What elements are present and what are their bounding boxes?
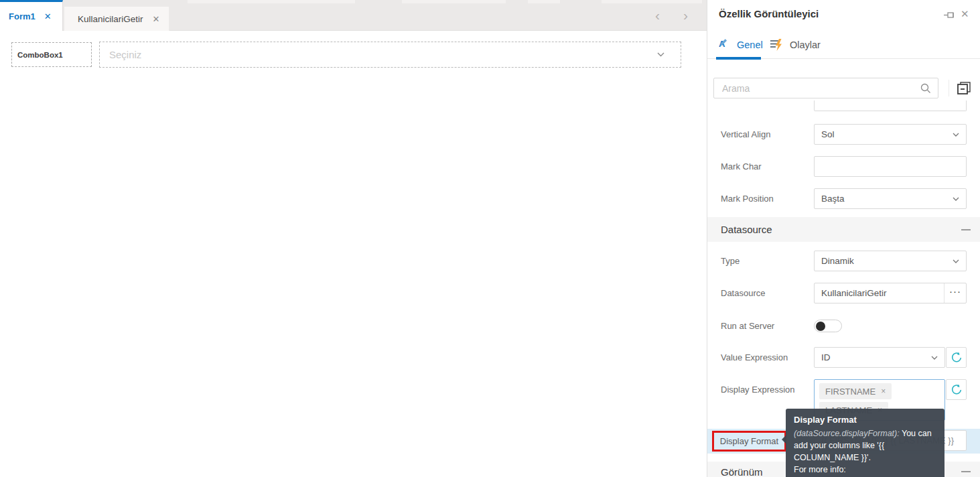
property-search[interactable] — [713, 78, 938, 98]
datasource-input-group[interactable]: KullanicilariGetir ··· — [814, 283, 967, 303]
document-tabbar: Form1 ✕ KullanicilariGetir ✕ ‹ › — [0, 0, 707, 31]
toolbar-fragment — [602, 0, 702, 3]
collapse-section-icon[interactable] — [961, 229, 971, 230]
prop-label-mark-char: Mark Char — [721, 161, 762, 172]
tooltip-more-info: For more info: — [794, 464, 936, 476]
tag-firstname-label: FIRSTNAME — [825, 387, 876, 397]
toolbar-fragment — [402, 0, 506, 3]
tab-scroll-prev-icon[interactable]: ‹ — [655, 7, 660, 24]
mark-position-select[interactable]: Başta — [814, 188, 967, 209]
combobox-placeholder: Seçiniz — [109, 49, 657, 60]
combobox-caption-text: ComboBox1 — [17, 51, 63, 59]
vertical-align-select[interactable]: Sol — [814, 124, 967, 145]
mark-position-value: Başta — [821, 194, 953, 204]
annotation-red-box: Display Format — [712, 431, 786, 452]
chevron-down-icon — [953, 133, 959, 137]
tooltip-title: Display Format — [794, 414, 936, 426]
chevron-down-icon — [953, 197, 959, 201]
display-format-tooltip: Display Format (dataSource.displayFormat… — [786, 409, 944, 477]
tab-close-icon[interactable]: ✕ — [153, 14, 160, 24]
chevron-down-icon — [931, 356, 938, 360]
chevron-down-icon — [657, 52, 664, 57]
section-datasource-title: Datasource — [721, 224, 961, 235]
section-header-datasource[interactable]: Datasource — [707, 217, 980, 242]
datasource-value: KullanicilariGetir — [815, 283, 944, 303]
close-icon[interactable]: ✕ — [961, 8, 969, 20]
property-viewer-panel: Özellik Görüntüleyici ✕ A Genel — [707, 0, 980, 477]
display-expression-refresh-button[interactable] — [946, 379, 967, 400]
tab-form1-label: Form1 — [9, 11, 36, 21]
prop-label-run-at-server: Run at Server — [721, 321, 774, 331]
prop-label-datasource: Datasource — [721, 288, 765, 298]
combobox-widget[interactable]: Seçiniz — [99, 42, 681, 68]
edit-a-icon: A — [719, 38, 732, 51]
prop-label-mark-position: Mark Position — [721, 194, 774, 204]
chevron-down-icon — [953, 259, 959, 263]
collapse-all-icon[interactable] — [956, 80, 972, 96]
refresh-icon — [951, 384, 963, 396]
value-expression-refresh-button[interactable] — [946, 347, 967, 368]
tab-scroll-next-icon[interactable]: › — [683, 7, 688, 24]
prop-label-vertical-align: Vertical Align — [721, 129, 770, 139]
tab-kullanicilarigetir-label: KullanicilariGetir — [78, 14, 143, 24]
value-expression-value: ID — [821, 352, 931, 362]
toolbar-fragment — [528, 0, 560, 3]
tab-genel[interactable]: A Genel — [719, 38, 763, 51]
clipped-field[interactable] — [814, 100, 967, 111]
type-value: Dinamik — [821, 256, 953, 266]
search-input[interactable] — [714, 78, 938, 98]
tooltip-property-ref: (dataSource.displayFormat): — [794, 429, 900, 438]
prop-label-display-format: Display Format — [720, 436, 778, 446]
tab-genel-label: Genel — [737, 40, 763, 50]
mark-char-input[interactable] — [814, 156, 967, 177]
type-select[interactable]: Dinamik — [814, 251, 967, 271]
run-at-server-toggle[interactable] — [814, 320, 842, 332]
events-lightning-icon — [770, 38, 785, 51]
tab-olaylar-label: Olaylar — [790, 40, 821, 50]
refresh-icon — [951, 352, 963, 364]
tab-kullanicilarigetir[interactable]: KullanicilariGetir ✕ — [64, 6, 169, 31]
panel-title: Özellik Görüntüleyici — [719, 8, 819, 19]
prop-label-value-expression: Value Expression — [721, 352, 788, 362]
value-expression-select[interactable]: ID — [814, 347, 945, 368]
toolbar-fragment — [188, 0, 355, 3]
datasource-browse-button[interactable]: ··· — [944, 283, 966, 303]
tab-olaylar[interactable]: Olaylar — [770, 38, 821, 51]
prop-label-type: Type — [721, 256, 740, 266]
pin-icon[interactable] — [943, 9, 955, 21]
tooltip-arrow — [782, 435, 786, 444]
form-design-canvas: ComboBox1 Seçiniz — [0, 31, 707, 477]
combobox-caption-widget[interactable]: ComboBox1 — [11, 42, 92, 67]
tooltip-body: (dataSource.displayFormat): You can add … — [794, 427, 936, 464]
collapse-section-icon[interactable] — [961, 471, 971, 472]
search-icon — [920, 83, 931, 94]
tab-form1[interactable]: Form1 ✕ — [0, 0, 63, 31]
vertical-align-value: Sol — [821, 129, 953, 139]
toolbar-separator — [949, 80, 949, 96]
active-tab-indicator — [716, 57, 761, 60]
prop-label-display-expression: Display Expression — [721, 385, 795, 395]
tab-close-icon[interactable]: ✕ — [44, 11, 52, 21]
app-window: Form1 ✕ KullanicilariGetir ✕ ‹ › ComboBo… — [0, 0, 980, 477]
remove-tag-icon[interactable]: × — [881, 387, 886, 396]
tag-firstname: FIRSTNAME × — [819, 383, 892, 399]
toggle-knob — [816, 322, 825, 331]
